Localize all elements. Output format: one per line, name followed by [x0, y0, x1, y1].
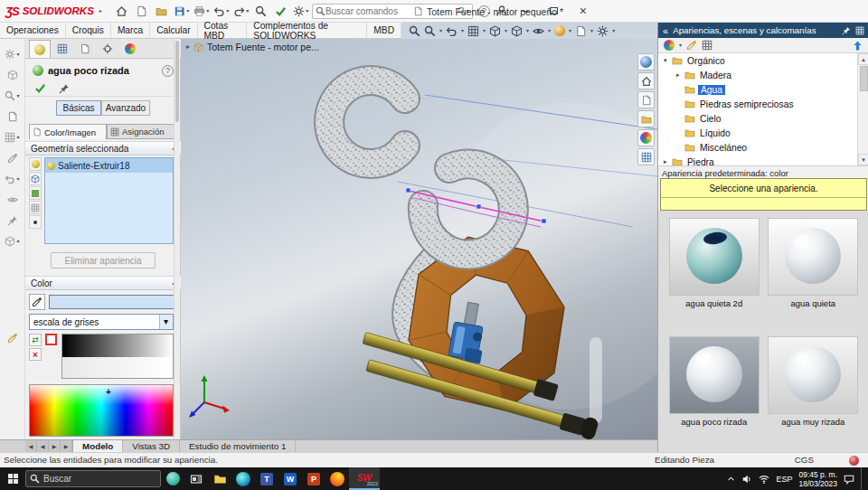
- scroll-up-icon[interactable]: ▲: [858, 53, 868, 65]
- task-view-icon[interactable]: [184, 467, 208, 490]
- tree-item-agua[interactable]: Agua: [658, 82, 868, 97]
- taskbar-search[interactable]: [25, 470, 161, 487]
- appearance-thumb[interactable]: agua poco rizada: [667, 336, 761, 446]
- start-button[interactable]: [0, 467, 25, 490]
- expander-icon[interactable]: ▸: [664, 158, 672, 165]
- appearance-thumb[interactable]: agua quieta 2d: [667, 218, 761, 327]
- display-style-icon[interactable]: [511, 25, 523, 37]
- filter-appearance-button[interactable]: [29, 157, 42, 171]
- tree-item-cielo[interactable]: Cielo: [658, 111, 868, 126]
- flyout-expander-icon[interactable]: ▸: [186, 43, 190, 51]
- select-button[interactable]: [252, 2, 270, 20]
- pin-icon[interactable]: [842, 26, 851, 35]
- color-section-header[interactable]: Color▴: [25, 276, 181, 290]
- color-spectrum-picker[interactable]: +: [29, 384, 174, 437]
- file-explorer-tab[interactable]: [637, 110, 655, 127]
- tree-item-madera[interactable]: ▸ Madera: [658, 68, 868, 82]
- dropdown-caret-icon[interactable]: ▾: [159, 315, 173, 329]
- edge-icon[interactable]: [231, 467, 255, 490]
- grayscale-gradient-top[interactable]: [62, 335, 173, 357]
- tab-estudio-movimiento[interactable]: Estudio de movimiento 1: [180, 440, 296, 452]
- left-toolbar-button[interactable]: [1, 150, 24, 165]
- new-document-button[interactable]: [133, 2, 151, 20]
- appearances-icon[interactable]: [664, 40, 675, 51]
- appearances-caret-icon[interactable]: ▾: [679, 42, 682, 48]
- left-toolbar-button[interactable]: [1, 212, 24, 228]
- advanced-mode-button[interactable]: Avanzado: [101, 100, 150, 116]
- water-swirl-top[interactable]: [329, 80, 405, 164]
- view-settings-icon[interactable]: [597, 25, 609, 37]
- left-toolbar-button[interactable]: ▾: [1, 88, 24, 103]
- home-tab[interactable]: [637, 72, 655, 90]
- word-icon[interactable]: W: [278, 467, 302, 490]
- hide-show-icon[interactable]: [533, 25, 544, 37]
- tab-mapping[interactable]: Asignación: [107, 124, 175, 139]
- sketch-tool-button[interactable]: [1, 330, 24, 345]
- section-view-icon[interactable]: [467, 25, 479, 37]
- left-toolbar-button[interactable]: [1, 67, 24, 82]
- palette-dropdown[interactable]: escala de grises ▾: [29, 314, 174, 330]
- tab-display-pane[interactable]: [97, 40, 118, 58]
- eyedropper-button[interactable]: [29, 294, 45, 310]
- tab-operaciones[interactable]: Operaciones: [0, 23, 66, 38]
- tree-item-piedra[interactable]: ▸ Piedra: [658, 155, 868, 165]
- filter-body-button[interactable]: [29, 172, 42, 185]
- scroll-down-icon[interactable]: ▼: [858, 154, 868, 165]
- tab-scroll-first-icon[interactable]: ◀: [25, 440, 37, 452]
- graphics-viewport[interactable]: ▸ Totem Fuente - motor pe...: [181, 39, 657, 439]
- options-icon[interactable]: [855, 26, 864, 35]
- delete-color-button[interactable]: ×: [29, 348, 42, 361]
- scroll-thumb[interactable]: [860, 66, 868, 91]
- clock[interactable]: 09:45 p. m. 18/03/2023: [798, 470, 837, 488]
- notifications-icon[interactable]: [844, 474, 854, 485]
- show-desktop-button[interactable]: [861, 467, 864, 490]
- tab-color-image[interactable]: Color/Imagen: [29, 124, 107, 139]
- tree-item-organico[interactable]: ▾ Orgánico: [658, 53, 868, 68]
- undo-button[interactable]: ▾: [212, 2, 231, 20]
- tab-modelo[interactable]: Modelo: [72, 440, 123, 452]
- view-options-icon[interactable]: [702, 40, 712, 51]
- appearance-thumb[interactable]: agua quieta: [767, 218, 861, 327]
- selected-geometry-list[interactable]: Saliente-Extruir18: [44, 157, 174, 244]
- units-indicator[interactable]: CGS: [795, 455, 814, 465]
- save-button[interactable]: ▾: [173, 2, 191, 20]
- tab-calcular[interactable]: Calcular: [150, 23, 197, 38]
- solidworks-taskbar-icon[interactable]: SW2022: [349, 467, 380, 490]
- tree-item-piedras-semipreciosas[interactable]: Piedras semipreciosas: [658, 97, 868, 111]
- redo-button[interactable]: ▾: [232, 2, 250, 20]
- feature-tree-flyout[interactable]: ▸ Totem Fuente - motor pe...: [186, 42, 319, 52]
- tab-scroll-left-icon[interactable]: ◀: [37, 440, 49, 452]
- left-toolbar-button[interactable]: [1, 192, 24, 207]
- filter-feature-button[interactable]: [29, 201, 42, 214]
- edit-appearance-icon[interactable]: [554, 25, 565, 36]
- tab-croquis[interactable]: Croquis: [66, 23, 111, 38]
- taskbar-search-input[interactable]: [43, 474, 156, 484]
- print-button[interactable]: ▾: [193, 2, 211, 20]
- chats-icon[interactable]: [161, 467, 184, 490]
- keep-visible-pin-icon[interactable]: [59, 83, 70, 94]
- tab-dimxpert[interactable]: [74, 40, 96, 58]
- filter-face-button[interactable]: [29, 186, 42, 200]
- language-indicator[interactable]: ESP: [776, 475, 792, 484]
- tree-item-miscelaneo[interactable]: Misceláneo: [658, 140, 868, 155]
- volume-icon[interactable]: [741, 474, 752, 485]
- pm-help-icon[interactable]: ?: [162, 65, 174, 77]
- remove-appearance-button[interactable]: Eliminar apariencia: [51, 252, 156, 269]
- firefox-icon[interactable]: [326, 467, 349, 490]
- apply-scene-icon[interactable]: [575, 25, 587, 37]
- spectrum-crosshair[interactable]: +: [106, 387, 111, 397]
- swap-colors-button[interactable]: ⇄: [29, 334, 42, 346]
- network-icon[interactable]: [759, 474, 769, 485]
- resources-tab[interactable]: [637, 53, 655, 71]
- powerpoint-icon[interactable]: P: [302, 467, 326, 490]
- tab-appearances[interactable]: [119, 40, 141, 58]
- grayscale-palette[interactable]: [61, 334, 174, 379]
- tab-configurations[interactable]: [52, 40, 73, 58]
- up-folder-icon[interactable]: [852, 40, 863, 52]
- current-color-swatch[interactable]: [49, 295, 175, 309]
- 3d-model-canvas[interactable]: [181, 39, 657, 439]
- appearance-thumb[interactable]: agua muy rizada: [767, 336, 861, 446]
- left-toolbar-button[interactable]: ▾: [1, 171, 24, 186]
- options-button[interactable]: ▾: [292, 2, 310, 20]
- appearances-tab[interactable]: [637, 129, 655, 146]
